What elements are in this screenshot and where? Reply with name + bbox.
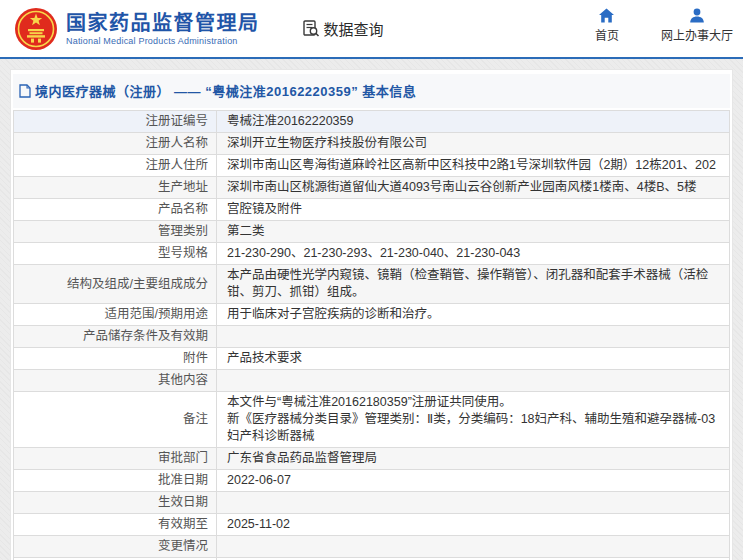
row-label: 管理类别 (158, 224, 208, 238)
row-label-cell: 型号规格 (14, 243, 217, 265)
row-value-cell: 深圳市南山区桃源街道留仙大道4093号南山云谷创新产业园南风楼1楼南、4楼B、5… (217, 177, 730, 199)
row-value: 粤械注准20162220359 (227, 114, 353, 128)
row-label: 产品名称 (158, 202, 208, 216)
row-value-cell: 2025-11-02 (217, 514, 730, 536)
row-label: 适用范围/预期用途 (105, 307, 208, 321)
row-label-cell: 批准日期 (14, 470, 217, 492)
row-value: 深圳市南山区桃源街道留仙大道4093号南山云谷创新产业园南风楼1楼南、4楼B、5… (227, 180, 697, 194)
row-label-cell: 备注 (14, 392, 217, 448)
row-value: 宫腔镜及附件 (227, 202, 302, 216)
row-label: 注册人名称 (145, 136, 208, 150)
row-value-cell: 本产品由硬性光学内窥镜、镜鞘（检查鞘管、操作鞘管）、闭孔器和配套手术器械（活检钳… (217, 265, 730, 304)
brand-title-block: 国家药品监督管理局 National Medical Products Admi… (66, 11, 260, 46)
user-icon (689, 8, 705, 23)
table-row: 批准日期2022-06-07 (14, 470, 730, 492)
row-value-cell (217, 536, 730, 558)
page-content: 境内医疗器械（注册） —— “粤械注准20162220359” 基本信息 注册证… (0, 59, 743, 560)
row-label: 生效日期 (158, 495, 208, 509)
row-value-cell: 本文件与“粤械注准20162180359”注册证共同使用。 新《医疗器械分类目录… (217, 392, 730, 448)
row-value: 产品技术要求 (227, 351, 302, 365)
site-header: 国家药品监督管理局 National Medical Products Admi… (0, 0, 743, 57)
row-value-cell (217, 492, 730, 514)
row-label-cell: 注册人名称 (14, 133, 217, 155)
row-label-cell: 变更情况 (14, 536, 217, 558)
row-label: 型号规格 (158, 246, 208, 260)
row-label-cell: 产品储存条件及有效期 (14, 326, 217, 348)
row-value: 深圳开立生物医疗科技股份有限公司 (227, 136, 427, 150)
table-row: 管理类别第二类 (14, 221, 730, 243)
table-row: 变更情况 (14, 536, 730, 558)
table-row: 注册人名称深圳开立生物医疗科技股份有限公司 (14, 133, 730, 155)
row-label: 有效期至 (158, 517, 208, 531)
row-label-cell: 注册人住所 (14, 155, 217, 177)
table-row: 生效日期 (14, 492, 730, 514)
info-table-body: 注册证编号粤械注准20162220359注册人名称深圳开立生物医疗科技股份有限公… (14, 111, 730, 560)
header-nav: 首页 网上办事大厅 (587, 8, 733, 43)
row-label: 审批部门 (158, 451, 208, 465)
page-title: 境内医疗器械（注册） —— “粤械注准20162220359” 基本信息 (35, 81, 416, 100)
row-label-cell: 结构及组成/主要组成成分 (14, 265, 217, 304)
row-label-cell: 注册证编号 (14, 111, 217, 133)
row-label: 变更情况 (158, 539, 208, 553)
table-row: 型号规格21-230-290、21-230-293、21-230-040、21-… (14, 243, 730, 265)
row-value-cell: 第二类 (217, 221, 730, 243)
row-label-cell: 产品名称 (14, 199, 217, 221)
row-label-cell: 管理类别 (14, 221, 217, 243)
row-label: 注册人住所 (145, 158, 208, 172)
row-value: 21-230-290、21-230-293、21-230-040、21-230-… (227, 246, 520, 260)
row-value: 本文件与“粤械注准20162180359”注册证共同使用。 新《医疗器械分类目录… (227, 395, 715, 443)
row-value-cell: 产品技术要求 (217, 348, 730, 370)
row-label: 结构及组成/主要组成成分 (67, 277, 208, 291)
row-label-cell: 其他内容 (14, 370, 217, 392)
row-value-cell: 粤械注准20162220359 (217, 111, 730, 133)
info-card: 境内医疗器械（注册） —— “粤械注准20162220359” 基本信息 注册证… (10, 69, 733, 560)
row-label-cell: 有效期至 (14, 514, 217, 536)
row-label-cell: 适用范围/预期用途 (14, 304, 217, 326)
table-row: 适用范围/预期用途用于临床对子宫腔疾病的诊断和治疗。 (14, 304, 730, 326)
row-value: 本产品由硬性光学内窥镜、镜鞘（检查鞘管、操作鞘管）、闭孔器和配套手术器械（活检钳… (227, 268, 708, 299)
row-value-cell: 2022-06-07 (217, 470, 730, 492)
table-row: 生产地址深圳市南山区桃源街道留仙大道4093号南山云谷创新产业园南风楼1楼南、4… (14, 177, 730, 199)
row-label-cell: 审批部门 (14, 448, 217, 470)
brand-title-en: National Medical Products Administration (66, 36, 260, 46)
data-query-label: 数据查询 (324, 18, 384, 39)
row-label: 注册证编号 (145, 114, 208, 128)
row-label: 批准日期 (158, 473, 208, 487)
table-row: 备注本文件与“粤械注准20162180359”注册证共同使用。 新《医疗器械分类… (14, 392, 730, 448)
national-emblem-logo (14, 7, 58, 51)
row-value: 2022-06-07 (227, 473, 291, 487)
document-icon (19, 84, 31, 98)
row-value: 2025-11-02 (227, 517, 290, 531)
row-value: 用于临床对子宫腔疾病的诊断和治疗。 (227, 307, 440, 321)
row-value-cell: 宫腔镜及附件 (217, 199, 730, 221)
row-label: 产品储存条件及有效期 (83, 329, 208, 343)
page-title-bar: 境内医疗器械（注册） —— “粤械注准20162220359” 基本信息 (13, 74, 730, 108)
brand-title-cn: 国家药品监督管理局 (66, 11, 260, 35)
nav-item-service-hall[interactable]: 网上办事大厅 (661, 8, 733, 43)
row-value-cell: 深圳市南山区粤海街道麻岭社区高新中区科技中2路1号深圳软件园（2期）12栋201… (217, 155, 730, 177)
row-value-cell (217, 370, 730, 392)
table-row: 注册证编号粤械注准20162220359 (14, 111, 730, 133)
row-label: 其他内容 (158, 373, 208, 387)
table-row: 有效期至2025-11-02 (14, 514, 730, 536)
home-icon (598, 8, 615, 23)
row-value-cell (217, 326, 730, 348)
table-row: 审批部门广东省食品药品监督管理局 (14, 448, 730, 470)
table-row: 其他内容 (14, 370, 730, 392)
nav-home-label: 首页 (595, 26, 619, 43)
row-value: 深圳市南山区粤海街道麻岭社区高新中区科技中2路1号深圳软件园（2期）12栋201… (227, 158, 716, 172)
table-row: 附件产品技术要求 (14, 348, 730, 370)
table-row: 产品名称宫腔镜及附件 (14, 199, 730, 221)
nav-item-home[interactable]: 首页 (587, 8, 627, 43)
data-query-button[interactable]: 数据查询 (302, 18, 384, 39)
row-label: 附件 (183, 351, 208, 365)
row-label: 生产地址 (158, 180, 208, 194)
info-table: 注册证编号粤械注准20162220359注册人名称深圳开立生物医疗科技股份有限公… (13, 110, 730, 560)
row-label: 备注 (183, 412, 208, 426)
row-value-cell: 用于临床对子宫腔疾病的诊断和治疗。 (217, 304, 730, 326)
row-label-cell: 附件 (14, 348, 217, 370)
row-value-cell: 21-230-290、21-230-293、21-230-040、21-230-… (217, 243, 730, 265)
row-label-cell: 生产地址 (14, 177, 217, 199)
row-value: 第二类 (227, 224, 265, 238)
table-row: 产品储存条件及有效期 (14, 326, 730, 348)
